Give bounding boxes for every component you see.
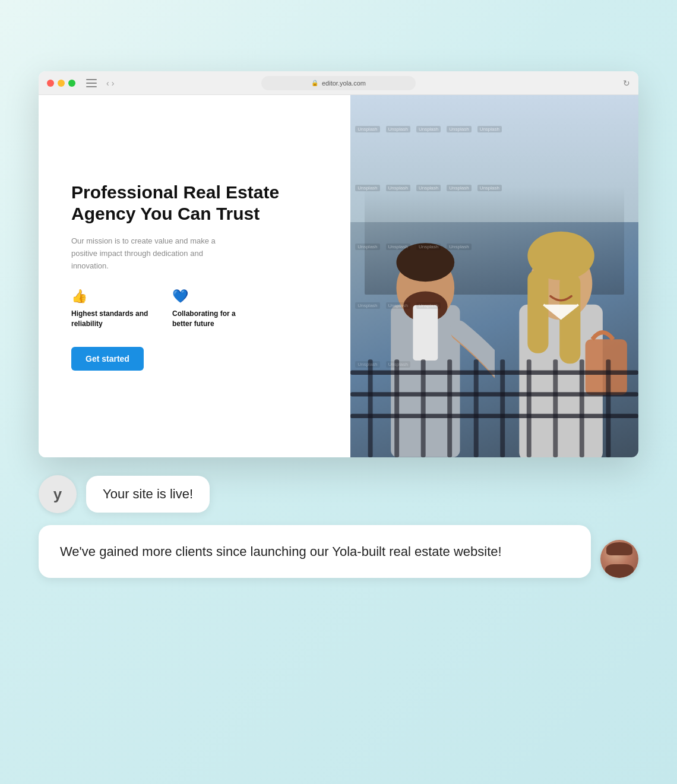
handshake-photo: Unsplash Unsplash Unsplash Unsplash Unsp… [350, 95, 638, 457]
reload-icon[interactable]: ↻ [623, 78, 630, 88]
svg-rect-9 [559, 273, 580, 363]
user-avatar [600, 540, 638, 578]
svg-rect-10 [585, 339, 627, 395]
lock-icon: 🔒 [311, 80, 318, 86]
website-right-panel: Unsplash Unsplash Unsplash Unsplash Unsp… [350, 95, 638, 457]
feature-2: 💙 Collaborating for a better future [172, 289, 249, 329]
heart-icon: 💙 [172, 289, 249, 304]
feature-1: 👍 Highest standards and reliability [71, 289, 148, 329]
get-started-button[interactable]: Get started [71, 347, 144, 371]
chat-row-2: We've gained more clients since launchin… [39, 525, 638, 578]
traffic-lights [47, 80, 75, 87]
back-arrow[interactable]: ‹ [106, 78, 109, 88]
thumbsup-icon: 👍 [71, 289, 148, 304]
svg-rect-8 [527, 270, 548, 353]
website-left-panel: Professional Real Estate Agency You Can … [39, 95, 350, 457]
browser-content: Professional Real Estate Agency You Can … [39, 95, 638, 457]
avatar-circle [600, 540, 638, 578]
close-button[interactable] [47, 80, 54, 87]
site-live-bubble: Your site is live! [86, 476, 210, 513]
chat-row-1: y Your site is live! [39, 475, 638, 513]
website-description: Our mission is to create value and make … [71, 235, 238, 272]
yola-avatar: y [39, 475, 77, 513]
forward-arrow[interactable]: › [112, 78, 115, 88]
feature-1-label: Highest standards and reliability [71, 309, 148, 329]
avatar-body [605, 564, 634, 578]
nav-arrows: ‹ › [106, 78, 114, 88]
browser-window: ‹ › 🔒 editor.yola.com ↻ Professional Rea… [39, 71, 638, 457]
website-title: Professional Real Estate Agency You Can … [71, 182, 318, 225]
svg-rect-4 [413, 305, 438, 361]
features-row: 👍 Highest standards and reliability 💙 Co… [71, 289, 318, 329]
sidebar-toggle-icon[interactable] [86, 79, 97, 87]
avatar-hair [606, 542, 632, 555]
testimonial-bubble: We've gained more clients since launchin… [39, 525, 591, 578]
minimize-button[interactable] [58, 80, 65, 87]
feature-2-label: Collaborating for a better future [172, 309, 249, 329]
maximize-button[interactable] [68, 80, 75, 87]
browser-chrome: ‹ › 🔒 editor.yola.com ↻ [39, 71, 638, 95]
url-text: editor.yola.com [322, 80, 366, 87]
svg-point-2 [396, 243, 454, 282]
chat-section: y Your site is live! We've gained more c… [39, 475, 638, 578]
address-bar[interactable]: 🔒 editor.yola.com [261, 76, 416, 90]
